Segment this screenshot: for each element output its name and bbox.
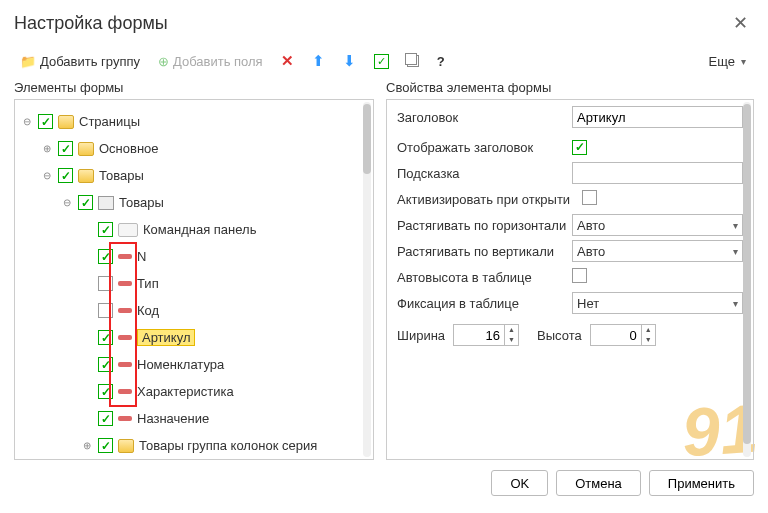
copy-button[interactable] <box>401 51 425 71</box>
scroll-thumb[interactable] <box>743 104 751 444</box>
fixation-select[interactable]: Нет▾ <box>572 292 743 314</box>
stretch-v-select[interactable]: Авто▾ <box>572 240 743 262</box>
folder-plus-icon: 📁 <box>20 54 36 69</box>
delete-button[interactable]: ✕ <box>275 48 300 74</box>
left-panel-title: Элементы формы <box>14 80 374 95</box>
tree-label: Основное <box>99 141 159 156</box>
collapse-icon[interactable]: ⊖ <box>21 116 33 127</box>
checkbox[interactable] <box>98 357 113 372</box>
help-button[interactable]: ? <box>431 50 451 73</box>
move-up-button[interactable]: ⬆ <box>306 48 331 74</box>
cancel-button[interactable]: Отмена <box>556 470 641 496</box>
select-value: Авто <box>577 218 605 233</box>
height-input[interactable] <box>591 325 641 345</box>
chevron-down-icon: ▾ <box>733 220 738 231</box>
field-icon <box>118 308 132 313</box>
activate-checkbox[interactable] <box>582 190 597 205</box>
tree-row-main[interactable]: ⊕ Основное <box>21 135 367 162</box>
checkbox[interactable] <box>98 411 113 426</box>
checkbox[interactable] <box>58 168 73 183</box>
tree-label: Товары группа колонок серия <box>139 438 317 453</box>
spin-up-icon[interactable]: ▲ <box>505 325 518 335</box>
more-button[interactable]: Еще ▾ <box>701 50 754 73</box>
check-all-icon: ✓ <box>374 54 389 69</box>
header-input[interactable] <box>572 106 743 128</box>
ok-button[interactable]: OK <box>491 470 548 496</box>
width-spinner[interactable]: ▲▼ <box>453 324 519 346</box>
tree-label: Тип <box>137 276 159 291</box>
window-title: Настройка формы <box>14 13 168 34</box>
width-label: Ширина <box>397 328 445 343</box>
field-icon <box>118 362 132 367</box>
tree-row-pages[interactable]: ⊖ Страницы <box>21 108 367 135</box>
checkbox[interactable] <box>78 195 93 210</box>
select-value: Нет <box>577 296 599 311</box>
tree-row-purpose[interactable]: Назначение <box>21 405 367 432</box>
tree-row-code[interactable]: Код <box>21 297 367 324</box>
apply-button[interactable]: Применить <box>649 470 754 496</box>
tree-label: Код <box>137 303 159 318</box>
tree-row-charact[interactable]: Характеристика <box>21 378 367 405</box>
checkbox[interactable] <box>38 114 53 129</box>
folder-icon <box>78 142 94 156</box>
prop-showheader-label: Отображать заголовок <box>397 140 572 155</box>
tree-row-goods[interactable]: ⊖ Товары <box>21 162 367 189</box>
tree-label: Страницы <box>79 114 140 129</box>
spin-down-icon[interactable]: ▼ <box>642 335 655 345</box>
tree-label: Командная панель <box>143 222 256 237</box>
grid-icon <box>98 196 114 210</box>
checkbox[interactable] <box>98 276 113 291</box>
tree-row-nomen[interactable]: Номенклатура <box>21 351 367 378</box>
checkbox[interactable] <box>98 249 113 264</box>
close-icon[interactable]: ✕ <box>727 10 754 36</box>
right-panel-title: Свойства элемента формы <box>386 80 754 95</box>
autoheight-checkbox[interactable] <box>572 268 587 283</box>
height-label: Высота <box>537 328 582 343</box>
stretch-h-select[interactable]: Авто▾ <box>572 214 743 236</box>
tree-row-article[interactable]: Артикул <box>21 324 367 351</box>
scrollbar[interactable] <box>743 102 751 457</box>
spin-up-icon[interactable]: ▲ <box>642 325 655 335</box>
checkbox[interactable] <box>58 141 73 156</box>
checkbox[interactable] <box>98 303 113 318</box>
tree-row-type[interactable]: Тип <box>21 270 367 297</box>
checkbox[interactable] <box>98 330 113 345</box>
select-value: Авто <box>577 244 605 259</box>
move-down-button[interactable]: ⬇ <box>337 48 362 74</box>
tree-label: N <box>137 249 146 264</box>
check-all-button[interactable]: ✓ <box>368 50 395 73</box>
expand-icon[interactable]: ⊕ <box>81 440 93 451</box>
show-header-checkbox[interactable] <box>572 140 587 155</box>
prop-fixation-label: Фиксация в таблице <box>397 296 572 311</box>
field-icon <box>118 281 132 286</box>
prop-stretchv-label: Растягивать по вертикали <box>397 244 572 259</box>
scroll-thumb[interactable] <box>363 104 371 174</box>
field-icon <box>118 254 132 259</box>
checkbox[interactable] <box>98 438 113 453</box>
field-icon <box>118 416 132 421</box>
add-group-button[interactable]: 📁 Добавить группу <box>14 50 146 73</box>
checkbox[interactable] <box>98 384 113 399</box>
collapse-icon[interactable]: ⊖ <box>41 170 53 181</box>
add-fields-button[interactable]: ⊕ Добавить поля <box>152 50 269 73</box>
prop-hint-label: Подсказка <box>397 166 572 181</box>
tree-label: Товары <box>119 195 164 210</box>
tree-label: Назначение <box>137 411 209 426</box>
hint-input[interactable] <box>572 162 743 184</box>
tree-label-selected: Артикул <box>137 329 195 346</box>
scrollbar[interactable] <box>363 102 371 457</box>
tree-row-goods-group[interactable]: ⊕ Товары группа колонок серия <box>21 432 367 459</box>
height-spinner[interactable]: ▲▼ <box>590 324 656 346</box>
tree-row-goods-grid[interactable]: ⊖ Товары <box>21 189 367 216</box>
tree-label: Товары <box>99 168 144 183</box>
add-group-label: Добавить группу <box>40 54 140 69</box>
prop-autoheight-label: Автовысота в таблице <box>397 270 572 285</box>
tree-label: Номенклатура <box>137 357 224 372</box>
checkbox[interactable] <box>98 222 113 237</box>
width-input[interactable] <box>454 325 504 345</box>
expand-icon[interactable]: ⊕ <box>41 143 53 154</box>
tree-row-cmdpanel[interactable]: Командная панель <box>21 216 367 243</box>
tree-row-n[interactable]: N <box>21 243 367 270</box>
collapse-icon[interactable]: ⊖ <box>61 197 73 208</box>
spin-down-icon[interactable]: ▼ <box>505 335 518 345</box>
